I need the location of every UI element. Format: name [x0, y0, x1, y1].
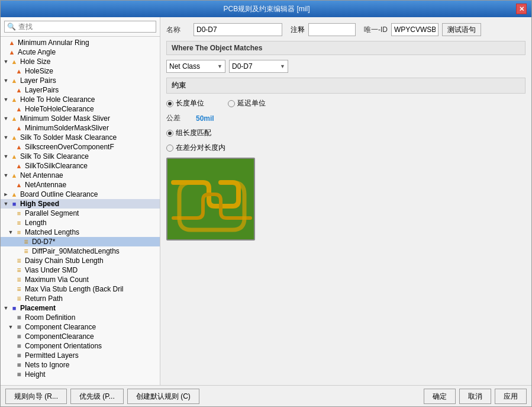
- tree-item-hole-size[interactable]: ▼ ▲ Hole Size: [1, 57, 160, 66]
- rule-icon: ≡: [15, 257, 23, 265]
- group-radio-circle: [166, 130, 173, 137]
- folder-icon: ≡: [15, 228, 23, 236]
- tree-item-minsoldersliver[interactable]: ▲ MinimumSolderMaskSliver: [1, 123, 160, 133]
- dropdown-value: Net Class: [169, 62, 200, 70]
- tree-item-component-clear[interactable]: ▼ ■ Component Clearance: [1, 322, 160, 332]
- tree-label: Silk To Solder Mask Clearance: [20, 133, 117, 142]
- match-radio-group: 组长度匹配 在差分对长度内: [166, 128, 525, 153]
- tree-label: Max Via Stub Length (Back Dril: [25, 285, 124, 293]
- tree-item-max-via-stub[interactable]: ≡ Max Via Stub Length (Back Dril: [1, 284, 160, 294]
- tree-label: High Speed: [20, 200, 59, 208]
- tree-item-netantennae[interactable]: ▲ NetAntennae: [1, 180, 160, 190]
- tree-item-return-path[interactable]: ≡ Return Path: [1, 294, 160, 303]
- tree-label: Component Clearance: [25, 323, 96, 331]
- rule-icon: ▲: [15, 181, 23, 189]
- rule-icon: ≡: [15, 209, 23, 217]
- tree-item-silk-to-silk[interactable]: ▼ ▲ Silk To Silk Clearance: [1, 152, 160, 161]
- tree-label: Nets to Ignore: [25, 361, 69, 369]
- tree-item-max-via-count[interactable]: ≡ Maximum Via Count: [1, 275, 160, 284]
- tree-label: Maximum Via Count: [25, 275, 89, 284]
- tree-label: Height: [25, 370, 46, 379]
- tree-item-comp-orient[interactable]: ■ Component Orientations: [1, 341, 160, 351]
- expand-arrow: ▼: [3, 201, 9, 207]
- tree-item-silk-to-solder[interactable]: ▼ ▲ Silk To Solder Mask Clearance: [1, 133, 160, 142]
- tree-item-holesize[interactable]: ▲ HoleSize: [1, 66, 160, 76]
- rule-icon: ▲: [8, 39, 16, 47]
- title-bar: PCB规则及约束编辑器 [mil] ✕: [1, 1, 531, 17]
- tree-label: NetAntennae: [25, 181, 66, 189]
- close-button[interactable]: ✕: [516, 4, 527, 14]
- tree-label: Hole Size: [20, 57, 50, 66]
- tree-item-hole-to-hole[interactable]: ▼ ▲ Hole To Hole Clearance: [1, 95, 160, 104]
- tree-item-high-speed[interactable]: ▼ ■ High Speed: [1, 199, 160, 209]
- tree-item-min-annular[interactable]: ▲ Minimum Annular Ring: [1, 38, 160, 47]
- tree-item-daisy-chain[interactable]: ≡ Daisy Chain Stub Length: [1, 256, 160, 265]
- constraint-section: 约束 长度单位 延迟单位 公差 50mil: [166, 78, 525, 241]
- apply-button[interactable]: 应用: [495, 389, 527, 404]
- create-default-button[interactable]: 创建默认规则 (C): [127, 389, 199, 404]
- differential-radio[interactable]: 在差分对长度内: [166, 143, 525, 153]
- tree-item-net-antennae[interactable]: ▼ ▲ Net Antennae: [1, 171, 160, 180]
- tree-item-d0-d7[interactable]: ≡ D0-D7*: [1, 237, 160, 246]
- expand-arrow: ▼: [3, 172, 9, 178]
- right-panel: 名称 注释 唯一-ID 测试语句 Where The Object Matche…: [160, 17, 531, 385]
- tree-item-board-outline[interactable]: ► ▲ Board Outline Clearance: [1, 190, 160, 199]
- tree-item-min-solder[interactable]: ▼ ▲ Minimum Solder Mask Sliver: [1, 114, 160, 123]
- tree-label: Board Outline Clearance: [20, 190, 98, 198]
- unique-id-input[interactable]: [391, 23, 439, 36]
- netclass-dropdown[interactable]: Net Class ▼: [166, 60, 225, 73]
- tree-label: Length: [25, 219, 47, 227]
- ok-button[interactable]: 确定: [424, 389, 456, 404]
- tolerance-value: 50mil: [196, 114, 214, 123]
- rule-icon: ▲: [15, 124, 23, 132]
- tree-item-layerpairs[interactable]: ▲ LayerPairs: [1, 85, 160, 95]
- search-wrap[interactable]: 🔍: [4, 21, 156, 33]
- expand-arrow: ▼: [3, 116, 9, 121]
- d0d7-dropdown[interactable]: D0-D7 ▼: [229, 60, 288, 73]
- tree-item-room-def[interactable]: ■ Room Definition: [1, 313, 160, 322]
- bottom-bar: 规则向导 (R... 优先级 (P... 创建默认规则 (C) 确定 取消 应用: [1, 385, 531, 406]
- test-button[interactable]: 测试语句: [442, 23, 481, 36]
- tree-label: SilkToSilkClearance: [25, 162, 88, 170]
- length-radio-circle: [166, 100, 173, 107]
- rule-icon: ≡: [22, 247, 30, 255]
- comment-input[interactable]: [308, 23, 356, 36]
- tree: ▲ Minimum Annular Ring ▲ Acute Angle ▼ ▲…: [1, 37, 160, 385]
- tree-item-holetoholeclearance[interactable]: ▲ HoleToHoleClearance: [1, 104, 160, 114]
- expand-arrow: ▼: [3, 97, 9, 102]
- tree-item-length[interactable]: ≡ Length: [1, 218, 160, 227]
- tree-item-placement[interactable]: ▼ ■ Placement: [1, 303, 160, 313]
- tree-item-acute-angle[interactable]: ▲ Acute Angle: [1, 47, 160, 57]
- name-input[interactable]: [194, 23, 282, 36]
- tree-item-componentclear[interactable]: ■ ComponentClearance: [1, 332, 160, 341]
- tree-label: Matched Lengths: [25, 228, 79, 236]
- group-match-radio[interactable]: 组长度匹配: [166, 128, 525, 138]
- tree-item-perm-layers[interactable]: ■ Permitted Layers: [1, 351, 160, 360]
- tree-label: SilkscreenOverComponentF: [25, 143, 114, 151]
- tree-item-silktosilk[interactable]: ▲ SilkToSilkClearance: [1, 161, 160, 171]
- tree-item-silkscreen[interactable]: ▲ SilkscreenOverComponentF: [1, 142, 160, 152]
- tree-label: Acute Angle: [18, 48, 56, 56]
- tree-item-diffpair[interactable]: ≡ DiffPair_90MatchedLengths: [1, 246, 160, 256]
- tree-label: D0-D7*: [32, 238, 55, 246]
- tree-item-layer-pairs[interactable]: ▼ ▲ Layer Pairs: [1, 76, 160, 85]
- cancel-button[interactable]: 取消: [459, 389, 491, 404]
- tree-item-vias-under[interactable]: ≡ Vias Under SMD: [1, 265, 160, 275]
- folder-icon: ▲: [10, 190, 18, 198]
- folder-icon: ▲: [10, 95, 18, 104]
- tree-item-parallel-segment[interactable]: ≡ Parallel Segment: [1, 209, 160, 218]
- rule-icon: ▲: [15, 86, 23, 94]
- rule-icon: ▲: [15, 162, 23, 170]
- rule-wizard-button[interactable]: 规则向导 (R...: [5, 389, 67, 404]
- where-section: Where The Object Matches Net Class ▼ D0-…: [166, 41, 525, 73]
- search-input[interactable]: [18, 23, 153, 31]
- length-unit-radio[interactable]: 长度单位: [166, 98, 204, 108]
- tree-item-matched-lengths[interactable]: ▼ ≡ Matched Lengths: [1, 227, 160, 237]
- folder-icon: ■: [10, 304, 18, 312]
- folder-icon: ▲: [10, 133, 18, 142]
- tree-item-nets-ignore[interactable]: ■ Nets to Ignore: [1, 360, 160, 370]
- tree-item-height[interactable]: ■ Height: [1, 370, 160, 379]
- priority-button[interactable]: 优先级 (P...: [70, 389, 124, 404]
- delay-unit-radio[interactable]: 延迟单位: [228, 98, 266, 108]
- tree-label: Vias Under SMD: [25, 266, 78, 274]
